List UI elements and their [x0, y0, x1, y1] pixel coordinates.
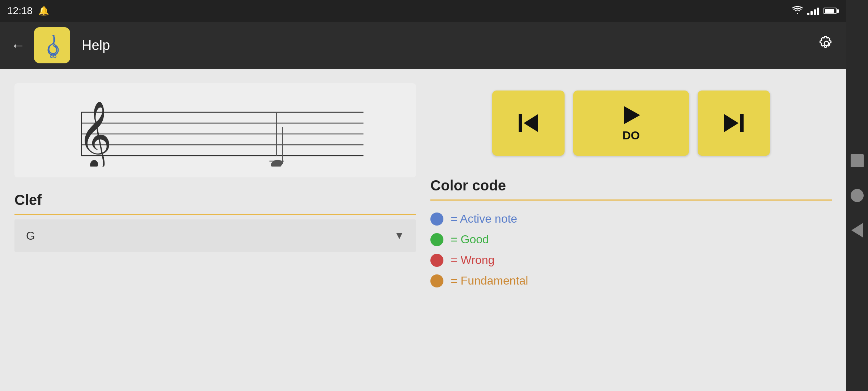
next-button[interactable]: [698, 91, 770, 156]
prev-button[interactable]: [492, 91, 565, 156]
app-bar: ← Help: [0, 22, 846, 69]
fundamental-dot: [430, 274, 443, 287]
color-item-good: = Good: [430, 233, 832, 246]
app-logo: [34, 27, 70, 63]
playback-controls: DO: [430, 83, 832, 163]
svg-rect-13: [519, 114, 522, 132]
good-label: = Good: [451, 233, 489, 246]
battery-icon: [824, 8, 839, 14]
svg-text:𝄞: 𝄞: [78, 102, 112, 167]
left-panel: 𝄞 Clef G ▼: [14, 83, 416, 377]
status-bar-left: 12:18 🔔: [7, 5, 49, 17]
right-panel: DO Color code = Active note: [430, 83, 832, 377]
svg-marker-14: [524, 114, 538, 132]
fundamental-label: = Fundamental: [451, 274, 528, 287]
main-content: 𝄞 Clef G ▼: [0, 69, 846, 391]
active-note-dot: [430, 213, 443, 226]
good-dot: [430, 233, 443, 246]
status-bar-right: [792, 5, 839, 17]
wrong-label: = Wrong: [451, 253, 494, 267]
color-items: = Active note = Good = Wrong = Fundament…: [430, 205, 832, 287]
svg-marker-15: [624, 106, 640, 124]
staff-area: 𝄞: [14, 83, 416, 177]
side-back-button[interactable]: [851, 224, 864, 237]
side-circle-button[interactable]: [851, 189, 864, 202]
signal-icon: [807, 7, 819, 15]
wifi-icon: [792, 5, 803, 17]
clef-value: G: [26, 229, 35, 243]
clef-divider: [14, 214, 416, 215]
color-code-divider: [430, 199, 832, 201]
color-item-active: = Active note: [430, 212, 832, 226]
status-time: 12:18: [7, 5, 33, 17]
notification-icon: 🔔: [38, 6, 49, 16]
clef-section: Clef G ▼: [14, 192, 416, 252]
side-rail: [846, 0, 868, 391]
svg-rect-17: [740, 114, 744, 132]
svg-point-10: [270, 159, 284, 167]
dropdown-arrow-icon: ▼: [394, 230, 404, 241]
back-button[interactable]: ←: [11, 37, 25, 54]
status-bar: 12:18 🔔: [0, 0, 846, 22]
active-note-label: = Active note: [451, 212, 517, 226]
app-title: Help: [82, 38, 110, 53]
play-note-label: DO: [622, 129, 640, 142]
side-square-button[interactable]: [851, 154, 864, 167]
app-container: 12:18 🔔: [0, 0, 846, 391]
clef-section-title: Clef: [14, 192, 416, 208]
play-button[interactable]: DO: [573, 91, 689, 156]
app-bar-left: ← Help: [11, 27, 110, 63]
color-code-title: Color code: [430, 177, 832, 194]
color-item-fundamental: = Fundamental: [430, 274, 832, 287]
clef-dropdown[interactable]: G ▼: [14, 219, 416, 252]
color-code-section: Color code = Active note = Good = Wrong: [430, 177, 832, 287]
color-item-wrong: = Wrong: [430, 253, 832, 267]
wrong-dot: [430, 254, 443, 267]
svg-marker-16: [724, 114, 739, 132]
settings-button[interactable]: [817, 34, 835, 56]
